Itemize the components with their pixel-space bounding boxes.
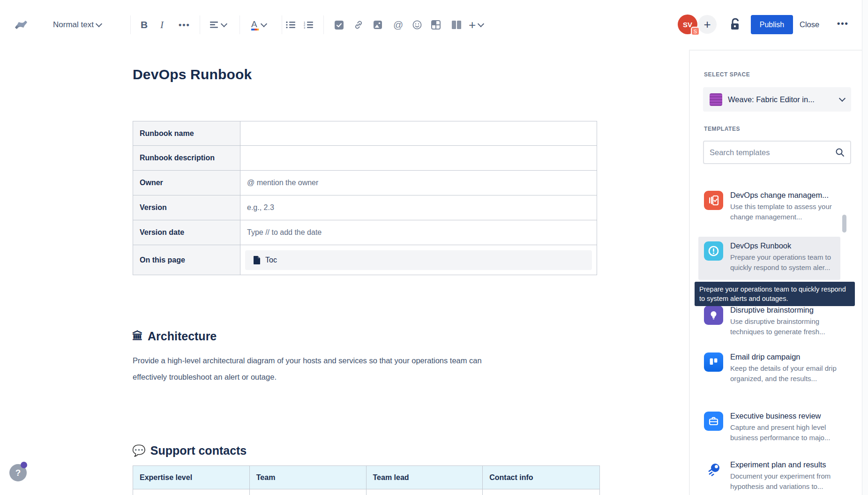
mention-button[interactable]: @ xyxy=(393,0,403,50)
insert-more-dropdown[interactable]: + xyxy=(469,0,483,50)
section-heading-support-contacts: 💬 Support contacts xyxy=(132,444,247,458)
trello-boards-icon xyxy=(704,352,723,372)
template-title: DevOps change managem... xyxy=(730,191,839,200)
row-value-cell[interactable]: e.g., 2.3 xyxy=(240,195,597,220)
unlock-icon[interactable] xyxy=(729,18,741,33)
italic-button[interactable]: I xyxy=(160,0,164,50)
row-label: Version xyxy=(133,195,240,220)
search-icon xyxy=(835,148,845,157)
space-name: Weave: Fabric Editor in... xyxy=(728,95,834,104)
template-title: Disruptive brainstorming xyxy=(730,306,839,315)
chevron-down-icon xyxy=(478,21,484,27)
template-item-executive-business-review[interactable]: Executive business review Capture and pr… xyxy=(698,407,840,449)
alignment-dropdown[interactable] xyxy=(210,0,226,50)
template-description: Prepare your operations team to quickly … xyxy=(730,252,839,273)
template-item-devops-change-management[interactable]: DevOps change managem... Use this templa… xyxy=(698,186,840,228)
text-style-label: Normal text xyxy=(53,20,94,30)
more-formatting-button[interactable]: ••• xyxy=(179,0,190,50)
table-row: Runbook description xyxy=(133,146,597,171)
toolbar-divider xyxy=(200,15,200,34)
toc-label: Toc xyxy=(265,256,277,264)
row-value-cell[interactable]: Type // to add the date xyxy=(240,220,597,245)
template-item-experiment-plan-and-results[interactable]: Experiment plan and results Document you… xyxy=(698,456,840,495)
template-item-email-drip-campaign[interactable]: Email drip campaign Keep the details of … xyxy=(698,348,840,390)
column-header: Team xyxy=(250,466,367,489)
lightbulb-icon xyxy=(704,306,723,325)
text-color-dropdown[interactable]: A xyxy=(251,0,266,50)
table-row: Version e.g., 2.3 xyxy=(133,195,597,220)
rocket-icon xyxy=(704,460,723,480)
architecture-paragraph[interactable]: Provide a high-level architectural diagr… xyxy=(133,352,498,385)
document-icon xyxy=(254,256,261,264)
emoji-button[interactable] xyxy=(412,0,422,50)
publish-button[interactable]: Publish xyxy=(751,15,793,34)
template-title: Email drip campaign xyxy=(730,352,839,361)
row-label: Runbook name xyxy=(133,121,240,145)
help-notification-badge xyxy=(21,462,27,468)
template-description: Document your experiment from hypothesis… xyxy=(730,471,839,492)
toolbar-divider xyxy=(130,15,131,34)
link-icon[interactable] xyxy=(354,0,363,50)
bullet-list-button[interactable] xyxy=(286,0,295,50)
search-input[interactable] xyxy=(710,148,835,157)
close-button[interactable]: Close xyxy=(800,15,819,34)
more-actions-button[interactable]: ••• xyxy=(837,14,849,33)
bold-button[interactable]: B xyxy=(141,0,148,50)
row-value-cell[interactable]: @ mention the owner xyxy=(240,171,597,195)
template-list-scrollbar[interactable] xyxy=(842,215,846,232)
column-header: Expertise level xyxy=(133,466,250,489)
template-description: Use disruptive brainstorming techniques … xyxy=(730,316,839,337)
cards-check-icon xyxy=(704,191,723,210)
numbered-list-button[interactable]: 1 2 3 xyxy=(304,0,313,50)
layouts-button[interactable] xyxy=(451,0,462,50)
table-row: Owner @ mention the owner xyxy=(133,171,597,195)
template-title: Experiment plan and results xyxy=(730,460,839,469)
confluence-editor: Normal text B I ••• A xyxy=(0,0,868,495)
chevron-down-icon xyxy=(839,95,846,101)
chevron-down-icon xyxy=(221,21,227,27)
insert-image-button[interactable] xyxy=(373,0,382,50)
support-table-empty-row[interactable] xyxy=(133,489,600,495)
support-table-header-row: Expertise level Team Team lead Contact i… xyxy=(133,465,600,489)
template-item-devops-runbook[interactable]: DevOps Runbook Prepare your operations t… xyxy=(698,237,840,280)
briefcase-icon xyxy=(704,412,723,431)
row-value-cell[interactable] xyxy=(240,146,597,170)
row-label: Runbook description xyxy=(133,146,240,170)
table-row: Runbook name xyxy=(133,121,597,146)
column-header: Team lead xyxy=(367,466,483,489)
row-label: Version date xyxy=(133,220,240,245)
template-item-disruptive-brainstorming[interactable]: Disruptive brainstorming Use disruptive … xyxy=(698,301,840,343)
template-description: Capture and present high level business … xyxy=(730,422,839,443)
column-header: Contact info xyxy=(483,466,599,489)
alert-icon xyxy=(704,241,723,261)
template-search-box[interactable] xyxy=(703,141,851,164)
row-value-cell[interactable] xyxy=(240,121,597,145)
template-title: DevOps Runbook xyxy=(730,241,839,250)
svg-text:3: 3 xyxy=(304,26,305,29)
insert-table-button[interactable] xyxy=(431,0,441,50)
template-description: Keep the details of your email drip orga… xyxy=(730,363,839,384)
space-select-dropdown[interactable]: Weave: Fabric Editor in... xyxy=(703,87,851,112)
row-label: Owner xyxy=(133,171,240,195)
task-list-button[interactable] xyxy=(335,0,344,50)
add-collaborator-button[interactable]: + xyxy=(698,15,717,34)
text-style-dropdown[interactable]: Normal text xyxy=(53,0,101,50)
template-description: Use this template to assess your change … xyxy=(730,202,839,222)
page-scrollbar[interactable] xyxy=(862,0,868,495)
table-row: Version date Type // to add the date xyxy=(133,220,597,245)
toolbar-divider xyxy=(239,15,240,34)
architecture-emoji-icon: 🏛 xyxy=(132,330,143,343)
page-title[interactable]: DevOps Runbook xyxy=(133,67,252,82)
section-heading-architecture: 🏛 Architecture xyxy=(132,330,217,343)
template-tooltip: Prepare your operations team to quickly … xyxy=(695,282,855,306)
template-title: Executive business review xyxy=(730,412,839,420)
section-title: Support contacts xyxy=(150,444,247,458)
toolbar-divider xyxy=(282,15,282,34)
editor-toolbar: Normal text B I ••• A xyxy=(0,0,868,50)
toc-macro-chip[interactable]: Toc xyxy=(245,250,592,270)
speech-bubble-emoji-icon: 💬 xyxy=(132,444,146,457)
row-label: On this page xyxy=(133,245,240,275)
space-avatar xyxy=(710,93,722,106)
section-title: Architecture xyxy=(148,330,217,343)
confluence-logo xyxy=(14,0,28,50)
